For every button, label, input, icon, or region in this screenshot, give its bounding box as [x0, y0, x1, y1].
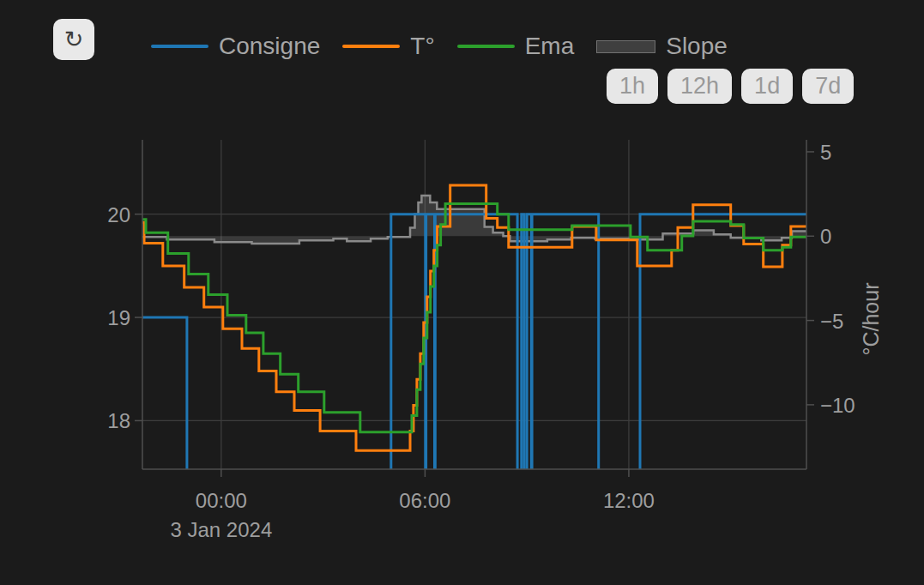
- legend-item-consigne[interactable]: Consigne: [151, 34, 342, 58]
- chart-legend: ConsigneT°EmaSlope: [151, 33, 750, 59]
- range-button-12h[interactable]: 12h: [667, 69, 732, 104]
- range-button-1h[interactable]: 1h: [607, 69, 658, 104]
- y-right-tick-label: −10: [820, 394, 855, 417]
- legend-swatch-area-icon: [596, 40, 655, 53]
- legend-swatch-line-icon: [151, 45, 208, 48]
- plot-area[interactable]: [142, 140, 806, 469]
- legend-label: Slope: [666, 34, 728, 58]
- y-left-tick-label: 19: [107, 306, 130, 329]
- x-tick-label: 06:00: [399, 489, 450, 512]
- legend-item-t[interactable]: T°: [342, 34, 456, 58]
- range-buttons: 1h12h1d7d: [607, 69, 854, 104]
- y-left-tick-label: 20: [107, 203, 130, 226]
- legend-label: Ema: [525, 34, 575, 58]
- refresh-button[interactable]: ↻: [53, 19, 94, 60]
- x-axis-date-label: 3 Jan 2024: [170, 518, 272, 541]
- range-button-7d[interactable]: 7d: [802, 69, 854, 104]
- refresh-icon: ↻: [64, 26, 84, 53]
- x-tick-label: 12:00: [603, 489, 655, 512]
- y-right-tick-label: 5: [820, 141, 831, 164]
- y-right-tick-label: −5: [820, 310, 843, 333]
- legend-item-ema[interactable]: Ema: [457, 34, 597, 58]
- x-tick-label: 00:00: [196, 489, 247, 512]
- y-right-axis-title: °C/hour: [859, 282, 883, 355]
- y-right-tick-label: 0: [820, 225, 831, 248]
- y-left-tick-label: 18: [107, 409, 130, 432]
- range-button-1d[interactable]: 1d: [741, 69, 793, 104]
- legend-item-slope[interactable]: Slope: [596, 34, 750, 58]
- legend-swatch-line-icon: [457, 45, 515, 48]
- legend-label: Consigne: [219, 34, 320, 58]
- app-root: 00:0006:0012:003 Jan 202420191850−5−10°C…: [0, 0, 924, 585]
- legend-label: T°: [410, 34, 434, 58]
- legend-swatch-line-icon: [342, 45, 400, 48]
